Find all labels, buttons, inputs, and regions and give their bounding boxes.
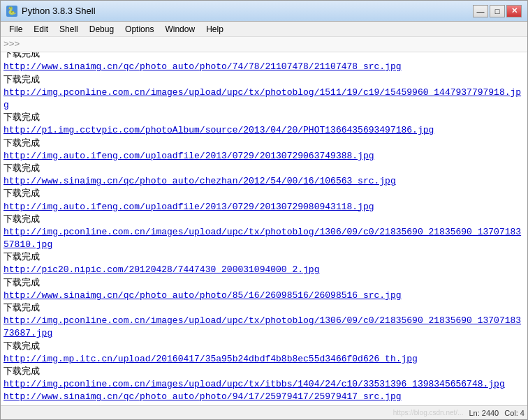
- close-button[interactable]: ✕: [506, 5, 522, 17]
- shell-line: 下载完成: [3, 213, 525, 226]
- shell-line[interactable]: http://img.auto.ifeng.com/uploadfile/201…: [3, 150, 525, 163]
- shell-line[interactable]: http://pic20.nipic.com/20120428/7447430_…: [3, 264, 525, 276]
- shell-line[interactable]: http://www.sinaimg.cn/qc/photo_auto/phot…: [3, 290, 525, 302]
- shell-line: 下载完成: [3, 366, 525, 378]
- shell-line[interactable]: http://www.sinaimg.cn/qc/photo_auto/chez…: [3, 175, 525, 188]
- menu-item-options[interactable]: Options: [119, 23, 159, 36]
- shell-line[interactable]: http://img.pconline.com.cn/images/upload…: [3, 87, 525, 112]
- shell-line: 下载完成: [3, 251, 525, 264]
- shell-line: 下载完成: [3, 302, 525, 315]
- status-line: Ln: 2440: [469, 409, 499, 417]
- shell-line: 下载完成: [3, 52, 525, 61]
- window-title: Python 3.8.3 Shell: [22, 6, 96, 16]
- menu-bar: FileEditShellDebugOptionsWindowHelp: [1, 22, 527, 37]
- shell-line[interactable]: http://www.sinaimg.cn/qc/photo_auto/phot…: [3, 391, 525, 403]
- shell-line[interactable]: http://img.pconline.com.cn/images/upload…: [3, 226, 525, 251]
- shell-output[interactable]: ============================== RESTART: …: [1, 52, 527, 405]
- shell-line: 下载完成: [3, 74, 525, 87]
- shell-line: 下载完成: [3, 163, 525, 175]
- shell-line: 下载完成: [3, 112, 525, 124]
- shell-line[interactable]: http://www.sinaimg.cn/qc/photo_auto/phot…: [3, 61, 525, 73]
- shell-line[interactable]: http://img.pconline.com.cn/images/upload…: [3, 315, 525, 340]
- shell-prompt: >>>: [3, 39, 20, 50]
- minimize-button[interactable]: —: [473, 5, 488, 17]
- maximize-button[interactable]: □: [490, 5, 505, 17]
- status-bar: https://blog.csdn.net/... Ln: 2440 Col: …: [1, 405, 527, 419]
- menu-item-debug[interactable]: Debug: [84, 23, 119, 36]
- shell-line[interactable]: http://img.pconline.com.cn/images/upload…: [3, 378, 525, 391]
- toolbar: >>>: [1, 37, 527, 52]
- shell-line: 下载完成: [3, 340, 525, 353]
- shell-line: 下载完成: [3, 188, 525, 200]
- shell-line: 下载完成: [3, 137, 525, 150]
- title-bar: Python 3.8.3 Shell — □ ✕: [1, 1, 527, 22]
- menu-item-shell[interactable]: Shell: [54, 23, 84, 36]
- shell-line[interactable]: http://img.auto.ifeng.com/uploadfile/201…: [3, 201, 525, 213]
- python-icon: [6, 6, 17, 17]
- menu-item-window[interactable]: Window: [159, 23, 200, 36]
- menu-item-help[interactable]: Help: [200, 23, 229, 36]
- title-bar-left: Python 3.8.3 Shell: [6, 6, 96, 17]
- shell-line[interactable]: http://p1.img.cctvpic.com/photoAlbum/sou…: [3, 124, 525, 137]
- status-right: https://blog.csdn.net/... Ln: 2440 Col: …: [393, 409, 525, 417]
- main-window: Python 3.8.3 Shell — □ ✕ FileEditShellDe…: [0, 0, 528, 420]
- shell-line[interactable]: http://img.mp.itc.cn/upload/20160417/35a…: [3, 353, 525, 366]
- menu-item-edit[interactable]: Edit: [28, 23, 54, 36]
- menu-item-file[interactable]: File: [3, 23, 28, 36]
- status-watermark: https://blog.csdn.net/...: [393, 409, 464, 417]
- title-bar-buttons: — □ ✕: [473, 5, 522, 17]
- shell-line: 下载完成: [3, 277, 525, 290]
- status-col: Col: 4: [504, 409, 525, 417]
